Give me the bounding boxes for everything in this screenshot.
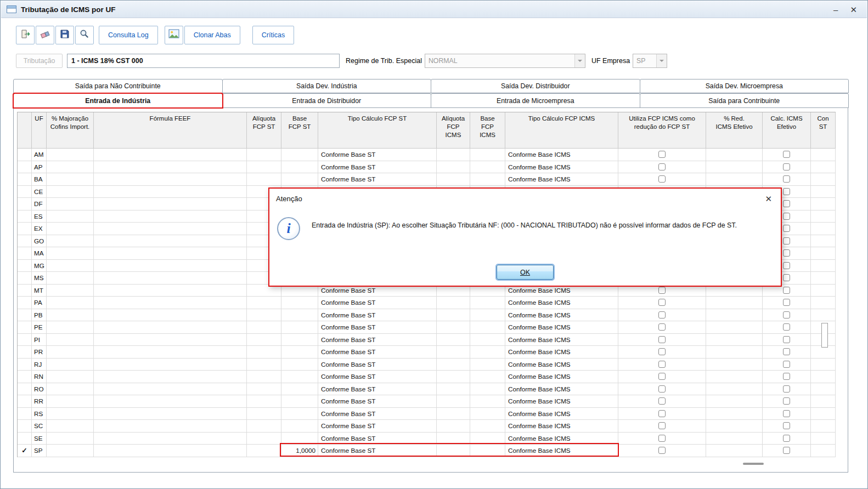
regime-select[interactable]: NORMAL xyxy=(425,54,585,68)
cell-RO-tipo_st[interactable]: Conforme Base ST xyxy=(318,383,437,396)
cell-PI-aliq_st[interactable] xyxy=(247,334,281,346)
criticas-button[interactable]: Críticas xyxy=(252,26,294,44)
cell-BA-base_st[interactable] xyxy=(281,173,318,186)
cell-AP-tipo_st[interactable]: Conforme Base ST xyxy=(318,161,437,174)
cell-RO-con_st[interactable] xyxy=(811,383,836,396)
cell-MG-majoracao[interactable] xyxy=(47,260,94,272)
cell-SC-tipo_icms[interactable]: Conforme Base ICMS xyxy=(505,420,618,433)
cell-MS-sel[interactable] xyxy=(18,272,32,285)
cell-PR-uf[interactable]: PR xyxy=(32,346,47,359)
cell-PI-utiliza[interactable] xyxy=(618,334,706,346)
cell-RS-tipo_st[interactable]: Conforme Base ST xyxy=(318,408,437,420)
cell-MA-sel[interactable] xyxy=(18,247,32,260)
cell-SC-sel[interactable] xyxy=(18,420,32,433)
cell-PE-tipo_icms[interactable]: Conforme Base ICMS xyxy=(505,321,618,334)
cell-RS-con_st[interactable] xyxy=(811,408,836,420)
cell-PA-majoracao[interactable] xyxy=(47,297,94,309)
cell-RJ-tipo_icms[interactable]: Conforme Base ICMS xyxy=(505,359,618,371)
cell-PE-base_st[interactable] xyxy=(281,321,318,334)
cell-PB-majoracao[interactable] xyxy=(47,309,94,322)
image-button[interactable] xyxy=(165,26,183,44)
save-button[interactable] xyxy=(55,26,74,44)
cell-MT-uf[interactable]: MT xyxy=(32,285,47,297)
cell-RO-formula[interactable] xyxy=(94,383,247,396)
cell-BA-tipo_st[interactable]: Conforme Base ST xyxy=(318,173,437,186)
cell-MG-uf[interactable]: MG xyxy=(32,260,47,272)
cell-RJ-tipo_st[interactable]: Conforme Base ST xyxy=(318,359,437,371)
cell-RJ-majoracao[interactable] xyxy=(47,359,94,371)
cell-AM-base_icms[interactable] xyxy=(470,149,505,161)
checkbox-calc-MG[interactable] xyxy=(783,262,790,269)
cell-RN-sel[interactable] xyxy=(18,371,32,383)
checkbox-calc-MA[interactable] xyxy=(783,249,790,257)
cell-PI-tipo_st[interactable]: Conforme Base ST xyxy=(318,334,437,346)
cell-RO-base_st[interactable] xyxy=(281,383,318,396)
cell-RR-aliq_icms[interactable] xyxy=(437,395,470,408)
cell-MA-con_st[interactable] xyxy=(811,247,836,260)
cell-SE-tipo_icms[interactable]: Conforme Base ICMS xyxy=(505,433,618,445)
checkbox-calc-MT[interactable] xyxy=(783,287,790,294)
cell-AM-utiliza[interactable] xyxy=(618,149,706,161)
cell-RO-sel[interactable] xyxy=(18,383,32,396)
checkbox-utiliza-SE[interactable] xyxy=(658,435,666,442)
cell-PR-tipo_st[interactable]: Conforme Base ST xyxy=(318,346,437,359)
cell-RS-sel[interactable] xyxy=(18,408,32,420)
cell-PI-uf[interactable]: PI xyxy=(32,334,47,346)
cell-BA-sel[interactable] xyxy=(18,173,32,186)
cell-CE-formula[interactable] xyxy=(94,186,247,198)
cell-BA-calc[interactable] xyxy=(763,173,811,186)
cell-PI-sel[interactable] xyxy=(18,334,32,346)
cell-DF-sel[interactable] xyxy=(18,198,32,211)
cell-RR-calc[interactable] xyxy=(763,395,811,408)
cell-RO-utiliza[interactable] xyxy=(618,383,706,396)
cell-RJ-uf[interactable]: RJ xyxy=(32,359,47,371)
cell-SP-red_icms[interactable] xyxy=(706,445,763,457)
tributacao-input[interactable]: 1 - ICMS 18% CST 000 xyxy=(67,54,340,68)
cell-SE-majoracao[interactable] xyxy=(47,433,94,445)
cell-AM-con_st[interactable] xyxy=(811,149,836,161)
cell-RN-red_icms[interactable] xyxy=(706,371,763,383)
cell-MT-majoracao[interactable] xyxy=(47,285,94,297)
cell-AP-sel[interactable] xyxy=(18,161,32,174)
cell-SC-red_icms[interactable] xyxy=(706,420,763,433)
checkbox-calc-EX[interactable] xyxy=(783,225,790,232)
cell-RS-base_st[interactable] xyxy=(281,408,318,420)
cell-PR-con_st[interactable] xyxy=(811,346,836,359)
cell-BA-aliq_icms[interactable] xyxy=(437,173,470,186)
cell-MA-uf[interactable]: MA xyxy=(32,247,47,260)
selected-row-checkmark[interactable]: ✓ xyxy=(18,445,32,457)
cell-EX-con_st[interactable] xyxy=(811,223,836,235)
cell-DF-con_st[interactable] xyxy=(811,198,836,211)
cell-ES-formula[interactable] xyxy=(94,211,247,223)
uf-empresa-select[interactable]: SP xyxy=(633,54,667,68)
cell-AP-base_st[interactable] xyxy=(281,161,318,174)
cell-EX-formula[interactable] xyxy=(94,223,247,235)
clonar-abas-button[interactable]: Clonar Abas xyxy=(184,26,240,44)
cell-SE-formula[interactable] xyxy=(94,433,247,445)
cell-SP-formula[interactable] xyxy=(94,445,247,457)
cell-RJ-calc[interactable] xyxy=(763,359,811,371)
cell-BA-formula[interactable] xyxy=(94,173,247,186)
cell-SE-base_icms[interactable] xyxy=(470,433,505,445)
cell-PE-formula[interactable] xyxy=(94,321,247,334)
cell-RS-utiliza[interactable] xyxy=(618,408,706,420)
checkbox-utiliza-AP[interactable] xyxy=(658,163,666,170)
tab-entrada-de-distribuidor[interactable]: Entrada de Distribuidor xyxy=(222,93,432,108)
cell-AM-sel[interactable] xyxy=(18,149,32,161)
cell-CE-con_st[interactable] xyxy=(811,186,836,198)
tab-saida-nao-contribuinte[interactable]: Saída para Não Contribuinte xyxy=(13,79,223,93)
cell-RS-base_icms[interactable] xyxy=(470,408,505,420)
cell-RS-majoracao[interactable] xyxy=(47,408,94,420)
cell-AP-red_icms[interactable] xyxy=(706,161,763,174)
cell-PR-calc[interactable] xyxy=(763,346,811,359)
cell-AP-base_icms[interactable] xyxy=(470,161,505,174)
checkbox-calc-PI[interactable] xyxy=(783,336,790,343)
cell-RJ-aliq_st[interactable] xyxy=(247,359,281,371)
checkbox-utiliza-PR[interactable] xyxy=(658,348,666,355)
cell-RR-tipo_icms[interactable]: Conforme Base ICMS xyxy=(505,395,618,408)
cell-SP-uf[interactable]: SP xyxy=(32,445,47,457)
checkbox-utiliza-BA[interactable] xyxy=(658,175,666,183)
vertical-scrollbar-thumb[interactable] xyxy=(821,323,828,348)
checkbox-calc-SC[interactable] xyxy=(783,422,790,429)
cell-SE-calc[interactable] xyxy=(763,433,811,445)
